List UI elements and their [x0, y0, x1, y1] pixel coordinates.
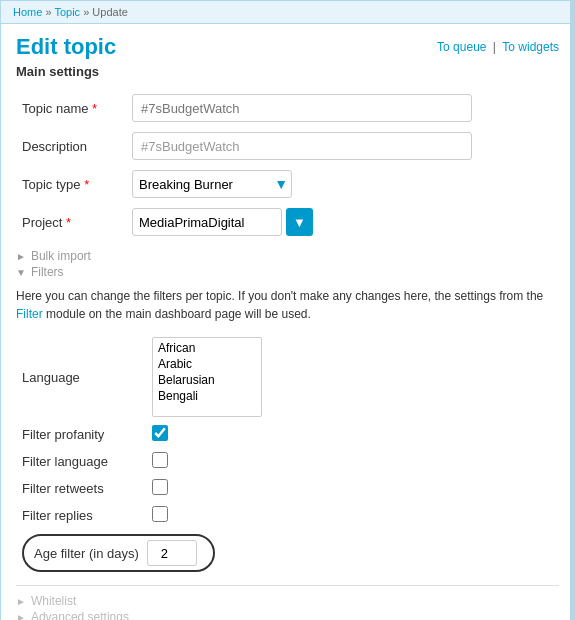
- lang-african: African: [155, 340, 259, 356]
- age-filter-row: Age filter (in days): [16, 529, 559, 577]
- topic-name-cell: [126, 89, 559, 127]
- language-listbox[interactable]: African Arabic Belarusian Bengali: [152, 337, 262, 417]
- whitelist-link[interactable]: ► Whitelist: [16, 594, 559, 608]
- info-text: Here you can change the filters per topi…: [16, 287, 559, 323]
- page-container: Home » Topic » Update Edit topic To queu…: [0, 0, 575, 620]
- lang-belarusian: Belarusian: [155, 372, 259, 388]
- breadcrumb-topic[interactable]: Topic: [54, 6, 80, 18]
- header-row: Edit topic To queue | To widgets: [16, 34, 559, 60]
- main-content: Edit topic To queue | To widgets Main se…: [1, 24, 574, 620]
- age-filter-input[interactable]: [147, 540, 197, 566]
- filter-language-cell: [146, 448, 559, 475]
- lang-bengali: Bengali: [155, 388, 259, 404]
- description-label: Description: [16, 127, 126, 165]
- filter-profanity-row: Filter profanity: [16, 421, 559, 448]
- header-links: To queue | To widgets: [437, 40, 559, 54]
- page-title: Edit topic: [16, 34, 116, 60]
- lang-arabic: Arabic: [155, 356, 259, 372]
- filters-link[interactable]: ▼ Filters: [16, 265, 559, 279]
- language-row: Language African Arabic Belarusian Benga…: [16, 333, 559, 421]
- bottom-links: ► Whitelist ► Advanced settings: [16, 594, 559, 620]
- filter-section: Language African Arabic Belarusian Benga…: [16, 333, 559, 577]
- description-row: Description: [16, 127, 559, 165]
- filter-replies-checkbox[interactable]: [152, 506, 168, 522]
- language-cell: African Arabic Belarusian Bengali: [146, 333, 559, 421]
- project-label: Project: [16, 203, 126, 241]
- bulk-import-label: Bulk import: [31, 249, 91, 263]
- main-settings-title: Main settings: [16, 64, 559, 79]
- whitelist-arrow-icon: ►: [16, 596, 26, 607]
- filter-retweets-checkbox[interactable]: [152, 479, 168, 495]
- filter-language-checkbox[interactable]: [152, 452, 168, 468]
- advanced-settings-label: Advanced settings: [31, 610, 129, 620]
- filter-replies-row: Filter replies: [16, 502, 559, 529]
- description-input[interactable]: [132, 132, 472, 160]
- main-settings-form: Topic name Description Topic type: [16, 89, 559, 241]
- description-cell: [126, 127, 559, 165]
- filter-replies-cell: [146, 502, 559, 529]
- age-filter-label: Age filter (in days): [34, 546, 139, 561]
- filter-profanity-checkbox[interactable]: [152, 425, 168, 441]
- filter-retweets-cell: [146, 475, 559, 502]
- topic-name-input[interactable]: [132, 94, 472, 122]
- filter-profanity-label: Filter profanity: [16, 421, 146, 448]
- filter-language-row: Filter language: [16, 448, 559, 475]
- pipe-sep: |: [493, 40, 499, 54]
- filter-language-label: Filter language: [16, 448, 146, 475]
- breadcrumb-sep1: »: [45, 6, 51, 18]
- filters-arrow-icon: ▼: [16, 267, 26, 278]
- right-border: [570, 1, 574, 620]
- topic-type-select[interactable]: Breaking Burner: [132, 170, 292, 198]
- filters-label: Filters: [31, 265, 64, 279]
- to-widgets-link[interactable]: To widgets: [502, 40, 559, 54]
- breadcrumb-update: Update: [92, 6, 127, 18]
- project-cell: MediaPrimaDigital ▼: [126, 203, 559, 241]
- advanced-settings-arrow-icon: ►: [16, 612, 26, 621]
- bulk-import-arrow-icon: ►: [16, 251, 26, 262]
- project-arrow-button[interactable]: ▼: [286, 208, 313, 236]
- bulk-import-link[interactable]: ► Bulk import: [16, 249, 559, 263]
- breadcrumb: Home » Topic » Update: [1, 1, 574, 24]
- topic-type-row: Topic type Breaking Burner ▼: [16, 165, 559, 203]
- breadcrumb-home[interactable]: Home: [13, 6, 42, 18]
- divider: [16, 585, 559, 586]
- topic-name-row: Topic name: [16, 89, 559, 127]
- filter-profanity-cell: [146, 421, 559, 448]
- filter-link[interactable]: Filter: [16, 307, 43, 321]
- whitelist-label: Whitelist: [31, 594, 76, 608]
- project-row: Project MediaPrimaDigital ▼: [16, 203, 559, 241]
- topic-type-select-wrap: Breaking Burner ▼: [132, 170, 292, 198]
- filter-retweets-row: Filter retweets: [16, 475, 559, 502]
- topic-name-label: Topic name: [16, 89, 126, 127]
- collapsible-links: ► Bulk import ▼ Filters: [16, 249, 559, 279]
- filter-table: Language African Arabic Belarusian Benga…: [16, 333, 559, 577]
- topic-type-label: Topic type: [16, 165, 126, 203]
- filter-retweets-label: Filter retweets: [16, 475, 146, 502]
- project-select-wrap: MediaPrimaDigital ▼: [132, 208, 553, 236]
- filter-replies-label: Filter replies: [16, 502, 146, 529]
- language-label: Language: [16, 333, 146, 421]
- topic-type-cell: Breaking Burner ▼: [126, 165, 559, 203]
- to-queue-link[interactable]: To queue: [437, 40, 486, 54]
- breadcrumb-sep2: »: [83, 6, 89, 18]
- project-select[interactable]: MediaPrimaDigital: [132, 208, 282, 236]
- advanced-settings-link[interactable]: ► Advanced settings: [16, 610, 559, 620]
- age-filter-highlight: Age filter (in days): [22, 534, 215, 572]
- age-filter-cell: Age filter (in days): [16, 529, 559, 577]
